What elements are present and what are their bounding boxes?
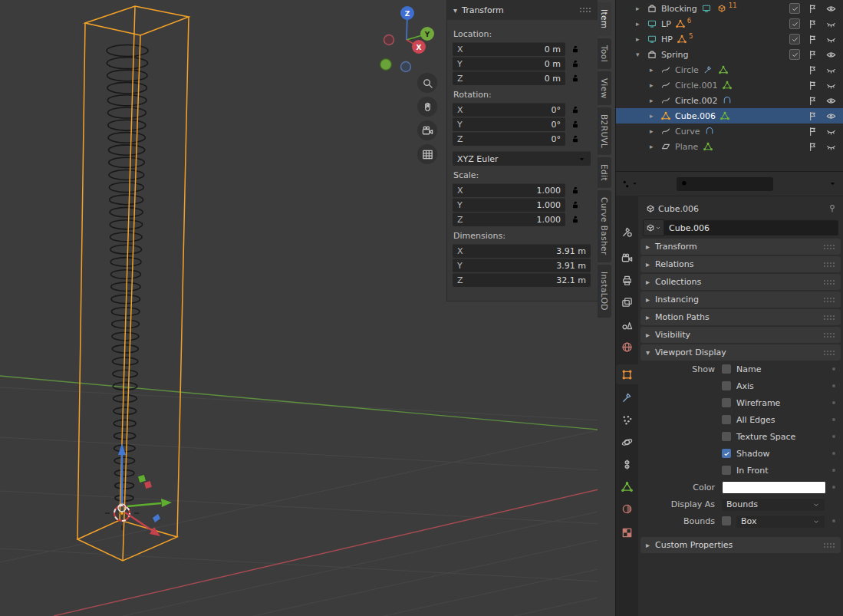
outliner-row-spring[interactable]: Spring [616,47,843,62]
expand-arrow-icon[interactable] [650,81,660,89]
panel-grip-icon[interactable] [823,244,835,250]
panel-viewport-display[interactable]: Viewport Display [640,344,841,361]
collapse-arrow-icon[interactable] [636,51,646,58]
tab-object-data[interactable] [616,476,638,496]
eye-icon[interactable] [826,50,836,60]
flag-icon[interactable] [808,4,818,14]
lock-icon[interactable] [568,59,582,68]
tab-tool[interactable] [616,222,638,242]
camera-view-icon[interactable] [417,120,437,140]
expand-arrow-icon[interactable] [650,97,660,104]
tab-view[interactable]: View [598,71,611,106]
exclude-checkbox[interactable] [789,34,800,44]
flag-icon[interactable] [808,19,818,29]
expand-arrow-icon[interactable] [650,112,660,120]
lock-icon[interactable] [568,105,582,114]
eye-icon[interactable] [826,65,836,75]
decorator-dot-icon[interactable] [832,384,835,387]
panel-collections[interactable]: Collections [640,274,841,290]
gizmo-plane-handle-green[interactable] [138,475,146,483]
eye-icon[interactable] [826,4,836,14]
location-y-field[interactable]: Y0 m [453,57,565,71]
decorator-dot-icon[interactable] [832,401,835,404]
eye-icon[interactable] [826,127,836,137]
decorator-dot-icon[interactable] [832,435,835,438]
rotation-mode-dropdown[interactable]: XYZ Euler [453,151,591,166]
tab-item[interactable]: Item [598,2,611,36]
nav-neg-z-ball[interactable] [401,62,411,72]
outliner-row-plane[interactable]: Plane [616,139,843,154]
nav-neg-y-ball[interactable] [380,59,392,71]
checkbox[interactable] [722,398,731,407]
tab-view-layer[interactable] [616,292,638,312]
panel-motion-paths[interactable]: Motion Paths [640,309,841,325]
panel-grip-icon[interactable] [823,315,835,321]
rotation-z-field[interactable]: Z0° [453,132,565,146]
checkbox[interactable] [722,381,731,390]
lock-icon[interactable] [568,200,582,209]
expand-arrow-icon[interactable] [650,127,660,135]
exclude-checkbox[interactable] [789,49,800,60]
tab-modifiers[interactable] [616,387,638,407]
exclude-checkbox[interactable] [789,18,800,29]
navigation-gizmo[interactable]: Z Y X [380,6,435,72]
eye-icon[interactable] [826,19,836,29]
expand-arrow-icon[interactable] [636,5,646,12]
outliner-row-circle[interactable]: Circle [616,62,843,77]
search-box[interactable] [677,177,773,191]
panel-custom-properties[interactable]: Custom Properties [640,537,841,553]
search-input[interactable] [692,178,764,189]
expand-arrow-icon[interactable] [636,20,646,28]
location-x-field[interactable]: X0 m [453,42,565,56]
eye-icon[interactable] [826,81,836,91]
tab-render[interactable] [616,248,638,268]
lock-icon[interactable] [568,44,582,54]
zoom-icon[interactable] [417,73,437,93]
outliner-row-circle-001[interactable]: Circle.001 [616,77,843,93]
scale-x-field[interactable]: X1.000 [453,183,565,197]
tab-object[interactable] [616,364,638,384]
flag-icon[interactable] [808,50,818,60]
pin-icon[interactable] [828,204,837,213]
display-as-dropdown[interactable]: Bounds [722,498,825,511]
expand-arrow-icon[interactable] [650,143,660,150]
panel-grip-icon[interactable] [823,350,835,356]
tab-particles[interactable] [616,410,638,430]
bounds-dropdown[interactable]: Box [736,515,825,528]
panel-grip-icon[interactable] [579,7,591,13]
expand-arrow-icon[interactable] [650,66,660,74]
panel-visibility[interactable]: Visibility [640,327,841,343]
lock-icon[interactable] [568,186,582,195]
dimensions-y-field[interactable]: Y3.91 m [453,259,591,272]
flag-icon[interactable] [808,111,818,121]
eye-icon[interactable] [826,111,836,121]
lock-icon[interactable] [568,215,582,224]
panel-grip-icon[interactable] [823,279,835,285]
panel-relations[interactable]: Relations [640,256,841,272]
outliner-row-blocking[interactable]: Blocking 11 [616,1,843,16]
pan-hand-icon[interactable] [417,97,437,117]
gizmo-plane-handle-red[interactable] [144,481,152,489]
tab-world[interactable] [616,337,638,357]
tab-scene[interactable] [616,315,638,334]
decorator-dot-icon[interactable] [832,418,835,421]
tab-texture[interactable] [616,522,638,542]
gizmo-center[interactable] [118,504,126,512]
outliner-row-curve[interactable]: Curve [616,124,843,139]
dimensions-z-field[interactable]: Z32.1 m [453,273,591,287]
eye-icon[interactable] [826,142,836,152]
outliner-row-circle-002[interactable]: Circle.002 [616,93,843,108]
decorator-dot-icon[interactable] [832,486,835,489]
tab-b2ruvl[interactable]: B2RUVL [598,107,611,155]
editor-type-button[interactable] [621,179,638,189]
panel-grip-icon[interactable] [823,297,835,303]
checkbox[interactable] [722,364,731,374]
tab-curve-basher[interactable]: Curve Basher [598,190,611,262]
outliner-row-hp[interactable]: HP 5 [616,31,843,47]
checkbox[interactable] [722,466,731,475]
exclude-checkbox[interactable] [789,3,800,14]
tab-material[interactable] [616,499,638,519]
lock-icon[interactable] [568,134,582,143]
flag-icon[interactable] [808,35,818,44]
decorator-dot-icon[interactable] [832,452,835,455]
